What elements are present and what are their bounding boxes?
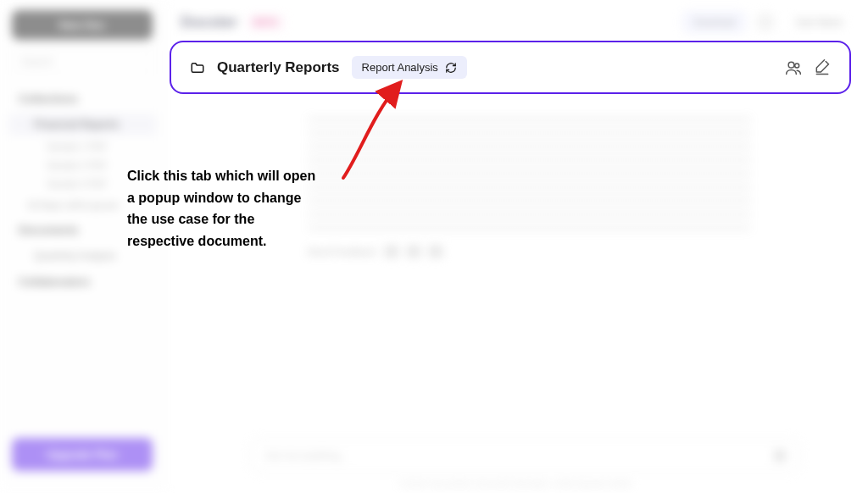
upgrade-button[interactable]: Upgrade Plan	[12, 438, 153, 471]
document-title: Quarterly Reports	[217, 59, 340, 76]
settings-icon[interactable]	[756, 13, 775, 31]
thumbs-down-icon[interactable]	[429, 246, 442, 258]
send-icon[interactable]	[774, 450, 786, 462]
user-menu[interactable]: User Name	[785, 12, 853, 32]
chat-input-bar[interactable]: Ask me anything...	[250, 439, 800, 473]
document-header: Quarterly Reports Report Analysis	[170, 41, 851, 94]
sidebar-item-financial[interactable]: Financial Reports	[8, 114, 156, 136]
sidebar-section-collab: Collaborators	[0, 269, 164, 295]
new-doc-button[interactable]: New Doc	[12, 10, 153, 40]
topbar: Docster BETA Download User Name	[165, 0, 868, 44]
footer-disclaimer: Docster may produce inaccurate informati…	[165, 479, 868, 488]
refresh-icon	[445, 62, 457, 74]
svg-point-1	[795, 64, 799, 68]
brand-badge: BETA	[248, 15, 283, 30]
download-button[interactable]: Download	[682, 11, 746, 33]
folder-icon	[190, 60, 205, 75]
copy-icon[interactable]	[385, 246, 398, 258]
usecase-label: Report Analysis	[362, 61, 438, 74]
users-icon[interactable]	[785, 59, 802, 76]
sidebar-section-collections: Collections	[0, 86, 164, 112]
sidebar-search-input[interactable]: Search	[12, 50, 153, 74]
eraser-icon[interactable]	[814, 59, 831, 76]
thumbs-up-icon[interactable]	[407, 246, 420, 258]
annotation-callout: Click this tab which will open a popup w…	[127, 165, 322, 252]
svg-point-0	[788, 62, 794, 68]
chat-input-placeholder: Ask me anything...	[264, 450, 774, 462]
usecase-tab[interactable]: Report Analysis	[352, 56, 467, 79]
content-area: Send Feedback Ask me anything... Docster…	[165, 44, 868, 493]
sidebar-subitem[interactable]: Sample 1 PDF	[0, 137, 164, 156]
brand-logo: Docster	[181, 14, 237, 31]
